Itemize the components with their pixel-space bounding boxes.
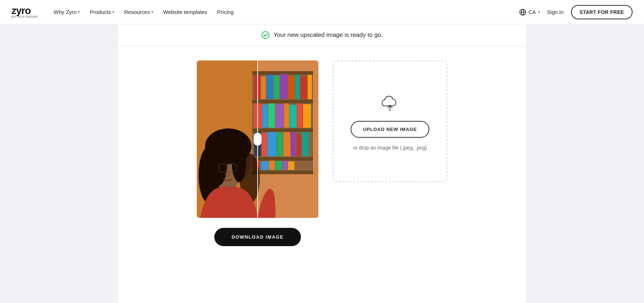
locale-selector[interactable]: CA ▾ xyxy=(519,9,540,16)
svg-rect-18 xyxy=(295,75,300,99)
nav-item-resources[interactable]: Resources ▾ xyxy=(120,6,157,18)
svg-rect-42 xyxy=(288,161,294,170)
nav-item-website-templates[interactable]: Website templates xyxy=(159,6,211,18)
svg-rect-36 xyxy=(302,132,309,156)
logo-text: zyro xyxy=(11,6,38,16)
svg-rect-35 xyxy=(296,134,301,156)
svg-rect-15 xyxy=(274,75,279,99)
svg-rect-13 xyxy=(261,77,266,99)
svg-marker-34 xyxy=(290,132,296,156)
svg-rect-14 xyxy=(266,75,273,99)
chevron-down-icon: ▾ xyxy=(151,10,153,14)
main-content: Your new upscaled image is ready to go. … xyxy=(0,24,644,303)
success-banner: Your new upscaled image is ready to go. xyxy=(118,24,526,46)
comparison-container: Original Upscaled xyxy=(197,60,318,246)
svg-rect-38 xyxy=(261,161,269,170)
svg-rect-20 xyxy=(308,75,312,99)
svg-rect-54 xyxy=(254,133,262,146)
chevron-down-icon: ▾ xyxy=(78,10,80,14)
locale-label: CA xyxy=(528,9,536,15)
upload-icon-area xyxy=(379,92,401,114)
success-check-icon xyxy=(261,31,270,39)
svg-rect-9 xyxy=(252,128,313,132)
logo-sub: BY HOSTINGER xyxy=(11,15,38,19)
navbar: zyro BY HOSTINGER Why Zyro ▾ Products ▾ … xyxy=(0,0,644,24)
success-message: Your new upscaled image is ready to go. xyxy=(273,31,383,39)
svg-rect-31 xyxy=(267,132,276,156)
svg-rect-32 xyxy=(277,132,283,156)
svg-rect-27 xyxy=(297,103,303,128)
upload-panel[interactable]: UPLOAD NEW IMAGE or drop an image file (… xyxy=(333,60,447,182)
nav-item-products[interactable]: Products ▾ xyxy=(86,6,118,18)
upload-new-image-button[interactable]: UPLOAD NEW IMAGE xyxy=(351,121,429,138)
content-wrapper: Your new upscaled image is ready to go. … xyxy=(118,24,526,303)
svg-rect-40 xyxy=(275,161,282,170)
svg-rect-24 xyxy=(275,104,284,128)
nav-item-pricing[interactable]: Pricing xyxy=(213,6,238,18)
svg-rect-33 xyxy=(283,132,291,156)
svg-point-52 xyxy=(225,172,230,176)
chevron-down-icon: ▾ xyxy=(112,10,114,14)
download-image-button[interactable]: DOWNLOAD IMAGE xyxy=(214,228,301,246)
svg-rect-30 xyxy=(262,133,267,156)
logo[interactable]: zyro BY HOSTINGER xyxy=(11,6,38,19)
svg-rect-17 xyxy=(288,76,294,99)
image-comparison[interactable]: Original Upscaled xyxy=(197,60,318,218)
svg-rect-11 xyxy=(252,171,313,174)
nav-right: CA ▾ Sign In START FOR FREE xyxy=(519,5,633,19)
upload-drop-text: or drop an image file (.jpeg, .png) xyxy=(353,145,427,151)
svg-rect-28 xyxy=(303,104,311,128)
svg-rect-22 xyxy=(262,104,268,128)
svg-rect-39 xyxy=(269,161,275,170)
svg-rect-10 xyxy=(252,157,313,161)
globe-icon xyxy=(519,9,526,16)
svg-rect-26 xyxy=(289,105,297,128)
svg-rect-16 xyxy=(280,74,288,99)
svg-point-49 xyxy=(232,143,246,182)
image-section: Original Upscaled xyxy=(118,46,526,260)
svg-rect-23 xyxy=(268,103,275,128)
nav-item-why-zyro[interactable]: Why Zyro ▾ xyxy=(49,6,84,18)
comparison-image xyxy=(197,60,318,218)
svg-rect-25 xyxy=(284,103,289,128)
start-for-free-button[interactable]: START FOR FREE xyxy=(571,5,633,19)
upload-cloud-icon xyxy=(379,92,401,114)
svg-rect-19 xyxy=(300,76,307,99)
nav-items: Why Zyro ▾ Products ▾ Resources ▾ Websit… xyxy=(49,6,516,18)
signin-link[interactable]: Sign In xyxy=(546,6,565,18)
svg-rect-8 xyxy=(252,100,313,103)
svg-rect-41 xyxy=(283,161,288,170)
chevron-down-icon: ▾ xyxy=(538,10,540,14)
